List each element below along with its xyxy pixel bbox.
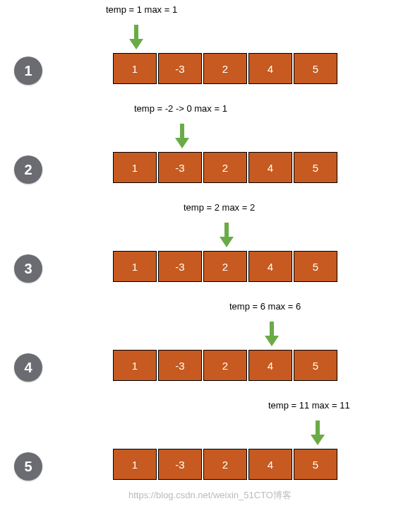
array-cell: 5 <box>294 350 337 381</box>
array: 1-3245 <box>113 152 339 183</box>
step-label: temp = 2 max = 2 <box>184 202 255 213</box>
array-cell: -3 <box>158 53 202 84</box>
down-arrow-icon <box>265 322 279 346</box>
array-cell: -3 <box>158 251 202 282</box>
step-row-5: 5temp = 11 max = 111-3245 <box>0 396 420 495</box>
step-label: temp = -2 -> 0 max = 1 <box>134 103 227 114</box>
watermark: https://blog.csdn.net/weixin_51CTO博客 <box>0 489 420 502</box>
array-cell: 1 <box>113 152 157 183</box>
array-cell: 4 <box>248 251 292 282</box>
array-cell: 2 <box>203 53 247 84</box>
step-number: 4 <box>14 353 42 382</box>
step-number: 3 <box>14 254 42 283</box>
array: 1-3245 <box>113 251 339 282</box>
array-cell: -3 <box>158 152 202 183</box>
step-row-3: 3temp = 2 max = 21-3245 <box>0 198 420 297</box>
array-cell: 1 <box>113 251 157 282</box>
step-row-1: 1temp = 1 max = 11-3245 <box>0 0 420 99</box>
down-arrow-icon <box>175 124 189 148</box>
step-row-4: 4temp = 6 max = 61-3245 <box>0 297 420 396</box>
array-cell: 1 <box>113 53 157 84</box>
array-cell: 5 <box>294 449 337 480</box>
array-cell: -3 <box>158 449 202 480</box>
array-cell: 2 <box>203 350 247 381</box>
down-arrow-icon <box>220 223 234 247</box>
array-cell: 5 <box>294 251 337 282</box>
step-label: temp = 11 max = 11 <box>268 400 350 411</box>
array-cell: 5 <box>294 152 337 183</box>
array: 1-3245 <box>113 350 339 381</box>
step-number: 5 <box>14 452 42 481</box>
array-cell: 1 <box>113 350 157 381</box>
step-label: temp = 6 max = 6 <box>229 301 301 312</box>
step-row-2: 2temp = -2 -> 0 max = 11-3245 <box>0 99 420 198</box>
array: 1-3245 <box>113 53 339 84</box>
down-arrow-icon <box>311 420 325 445</box>
step-number: 2 <box>14 155 42 184</box>
down-arrow-icon <box>129 25 143 49</box>
array-cell: 2 <box>203 152 247 183</box>
array: 1-3245 <box>113 449 339 480</box>
array-cell: 5 <box>294 53 337 84</box>
array-cell: 2 <box>203 449 247 480</box>
step-number: 1 <box>14 57 42 85</box>
array-cell: 4 <box>248 350 292 381</box>
array-cell: 1 <box>113 449 157 480</box>
array-cell: 4 <box>248 449 292 480</box>
array-cell: 4 <box>248 152 292 183</box>
step-label: temp = 1 max = 1 <box>106 4 177 15</box>
array-cell: 2 <box>203 251 247 282</box>
array-cell: 4 <box>248 53 292 84</box>
array-cell: -3 <box>158 350 202 381</box>
